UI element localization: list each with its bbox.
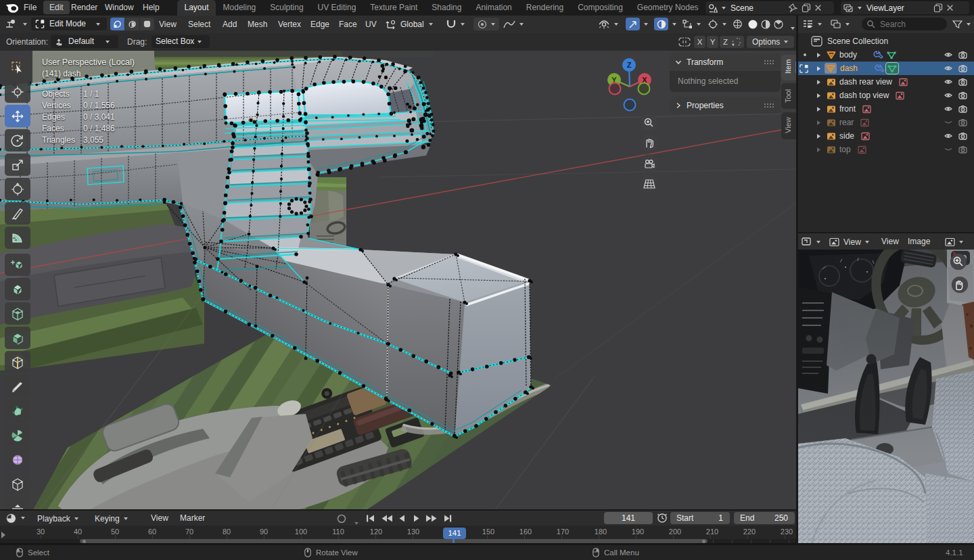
svg-text:Z: Z — [627, 61, 632, 69]
